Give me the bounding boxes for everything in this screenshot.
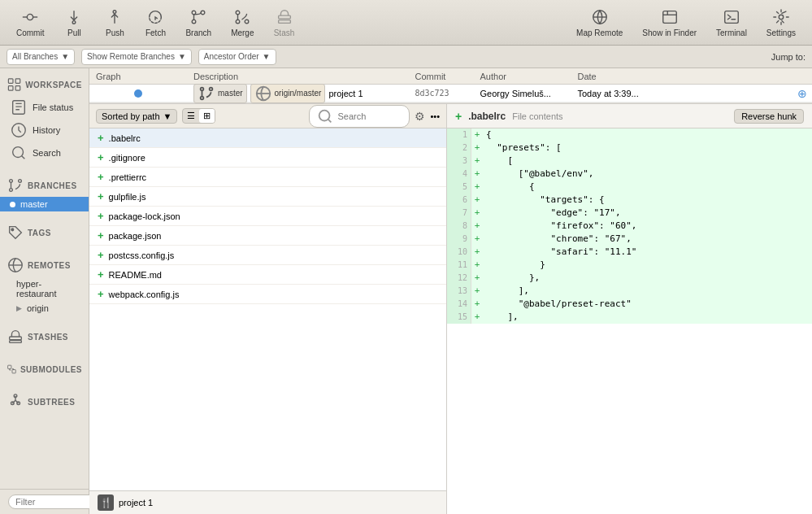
svg-rect-30 xyxy=(10,341,22,343)
all-branches-label: All Branches xyxy=(12,52,58,61)
pull-label: Pull xyxy=(67,28,81,37)
diff-added-icon: + xyxy=(455,110,462,123)
author-name: Georgy Simeluš... xyxy=(480,89,551,98)
file-search-input[interactable] xyxy=(337,111,402,121)
sort-select[interactable]: Sorted by path ▼ xyxy=(96,109,177,124)
line-num: 1 xyxy=(447,128,471,142)
svg-point-16 xyxy=(779,15,784,20)
sidebar-item-search[interactable]: Search xyxy=(0,142,89,164)
push-button[interactable]: Push xyxy=(94,4,135,41)
sidebar-item-file-status[interactable]: File status xyxy=(0,96,89,119)
diff-line: 8 + "firefox": "60", xyxy=(447,220,812,233)
author-cell: Georgy Simeluš... xyxy=(474,89,571,98)
added-icon: + xyxy=(98,249,104,261)
desc-col-header: Description xyxy=(187,72,409,81)
file-name: .prettierrc xyxy=(109,172,146,182)
svg-point-0 xyxy=(28,14,33,20)
diff-line: 4 + ["@babel/env", xyxy=(447,168,812,181)
list-item[interactable]: + postcss.config.js xyxy=(89,246,446,265)
project-row[interactable]: 🍴 project 1 xyxy=(89,490,446,514)
merge-button[interactable]: Merge xyxy=(221,4,263,41)
ancestor-order-select[interactable]: Ancestor Order ▼ xyxy=(198,49,276,65)
file-name: postcss.config.js xyxy=(109,250,175,260)
sidebar-item-master[interactable]: master xyxy=(0,197,89,211)
line-marker: + xyxy=(471,155,483,168)
svg-rect-19 xyxy=(8,86,13,91)
list-item[interactable]: + gulpfile.js xyxy=(89,187,446,207)
all-branches-select[interactable]: All Branches ▼ xyxy=(7,49,75,65)
diff-line: 9 + "chrome": "67", xyxy=(447,233,812,246)
show-remote-select[interactable]: Show Remote Branches ▼ xyxy=(81,49,192,65)
diff-line: 12 + }, xyxy=(447,272,812,285)
sidebar-item-hyper-restaurant[interactable]: hyper-restaurant xyxy=(0,277,89,301)
settings-button[interactable]: Settings xyxy=(757,4,805,41)
svg-rect-20 xyxy=(15,86,20,91)
ellipsis-button[interactable]: ••• xyxy=(430,111,440,121)
diff-line: 3 + [ xyxy=(447,155,812,168)
diff-line: 1 + { xyxy=(447,128,812,142)
line-num: 9 xyxy=(447,233,471,246)
list-item[interactable]: + README.md xyxy=(89,265,446,285)
gear-button[interactable]: ⚙ xyxy=(415,110,425,123)
project-name: project 1 xyxy=(119,498,153,507)
settings-label: Settings xyxy=(766,28,796,37)
ancestor-order-label: Ancestor Order xyxy=(204,52,259,61)
diff-line: 7 + "edge": "17", xyxy=(447,207,812,220)
terminal-button[interactable]: Terminal xyxy=(706,4,757,41)
added-icon: + xyxy=(98,268,104,281)
graph-col-header: Graph xyxy=(89,72,187,81)
date-col-header: Date xyxy=(571,72,793,81)
file-list-toolbar: Sorted by path ▼ ☰ ⊞ ⚙ ••• xyxy=(89,104,446,128)
sidebar-item-history[interactable]: History xyxy=(0,119,89,142)
map-remote-label: Map Remote xyxy=(576,28,623,37)
line-marker: + xyxy=(471,128,483,142)
file-name: package.json xyxy=(109,231,162,241)
commit-col-header: Commit xyxy=(409,72,474,81)
remotes-header: REMOTES xyxy=(0,254,89,277)
svg-rect-32 xyxy=(12,370,15,373)
list-view-button[interactable]: ☰ xyxy=(183,109,199,123)
commit-button[interactable]: Commit xyxy=(7,4,54,41)
globe-icon xyxy=(590,7,610,27)
line-marker: + xyxy=(471,298,483,311)
finder-icon xyxy=(660,7,680,27)
table-row[interactable]: master origin/master project 1 8d3c723 G… xyxy=(89,85,812,102)
workspace-header: WORKSPACE xyxy=(0,73,89,96)
fetch-button[interactable]: Fetch xyxy=(135,4,176,41)
project-icon: 🍴 xyxy=(98,494,114,511)
merge-icon xyxy=(232,7,252,27)
line-marker: + xyxy=(471,272,483,285)
line-marker: + xyxy=(471,194,483,207)
list-item[interactable]: + package-lock.json xyxy=(89,207,446,226)
show-in-finder-button[interactable]: Show in Finder xyxy=(632,4,706,41)
terminal-label: Terminal xyxy=(716,28,747,37)
list-item[interactable]: + .babelrc xyxy=(89,128,446,148)
diff-line: 6 + "targets": { xyxy=(447,194,812,207)
map-remote-button[interactable]: Map Remote xyxy=(567,4,632,41)
file-name: package-lock.json xyxy=(109,211,180,221)
pull-button[interactable]: Pull xyxy=(54,4,94,41)
commit-date: Today at 3:39... xyxy=(578,89,639,98)
graph-table: Graph Description Commit Author Date mas… xyxy=(89,68,812,103)
added-icon: + xyxy=(98,132,104,144)
desc-cell: master origin/master project 1 xyxy=(187,84,409,103)
line-content: "firefox": "60", xyxy=(483,220,812,233)
list-item[interactable]: + webpack.config.js xyxy=(89,285,446,304)
file-list-panel: Sorted by path ▼ ☰ ⊞ ⚙ ••• xyxy=(89,104,447,514)
line-marker: + xyxy=(471,207,483,220)
reverse-hunk-button[interactable]: Reverse hunk xyxy=(734,109,804,124)
tree-view-button[interactable]: ⊞ xyxy=(199,109,215,123)
line-content: "presets": [ xyxy=(483,142,812,155)
list-item[interactable]: + .gitignore xyxy=(89,148,446,168)
line-content: ], xyxy=(483,285,812,298)
sidebar-item-origin[interactable]: ▶ origin xyxy=(0,301,89,316)
line-content: { xyxy=(483,128,812,142)
list-item[interactable]: + .prettierrc xyxy=(89,168,446,187)
hyper-restaurant-label: hyper-restaurant xyxy=(16,279,80,298)
branch-button[interactable]: Branch xyxy=(176,4,221,41)
list-item[interactable]: + package.json xyxy=(89,226,446,246)
add-commit-button[interactable]: ⊕ xyxy=(797,87,807,100)
stash-button[interactable]: Stash xyxy=(264,4,305,41)
commit-description: project 1 xyxy=(328,89,363,98)
added-icon: + xyxy=(98,151,104,163)
